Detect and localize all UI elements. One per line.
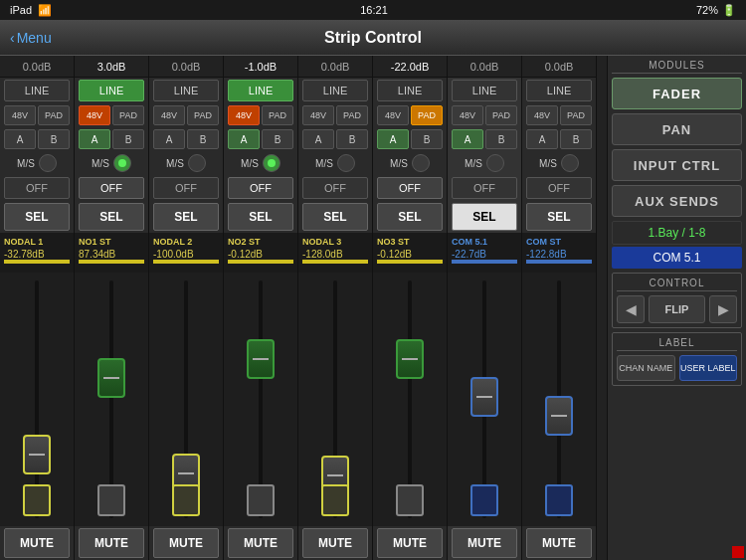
fader-handle[interactable] [545,396,573,436]
mute-button[interactable]: MUTE [153,528,219,558]
b-button[interactable]: B [38,129,70,149]
chan-name-button[interactable]: CHAN NAME [617,355,675,381]
off-button[interactable]: OFF [228,177,293,199]
48v-button[interactable]: 48V [4,105,36,125]
fader-handle[interactable] [97,358,125,398]
off-button[interactable]: OFF [377,177,443,199]
pad-button[interactable]: PAD [485,105,517,125]
off-button[interactable]: OFF [4,177,70,199]
off-button[interactable]: OFF [153,177,219,199]
m-label[interactable]: M/S [315,158,333,169]
line-button[interactable]: LINE [4,80,70,101]
line-button[interactable]: LINE [302,80,368,101]
pad-button[interactable]: PAD [112,105,144,125]
mute-button[interactable]: MUTE [526,528,592,558]
a-button[interactable]: A [452,129,483,149]
mute-button[interactable]: MUTE [79,528,144,558]
48v-button[interactable]: 48V [302,105,334,125]
sel-button[interactable]: SEL [302,203,368,231]
mute-button[interactable]: MUTE [4,528,70,558]
ms-circle-button[interactable] [39,154,57,172]
b-button[interactable]: B [336,129,368,149]
mute-button[interactable]: MUTE [228,528,293,558]
mute-button[interactable]: MUTE [302,528,368,558]
pan-handle[interactable] [97,484,125,516]
module-btn-fader[interactable]: FADER [612,78,742,109]
user-label-button[interactable]: USER LABEL [679,355,738,381]
m-label[interactable]: M/S [92,158,109,169]
ms-circle-button[interactable] [113,154,131,172]
b-button[interactable]: B [262,129,293,149]
line-button[interactable]: LINE [377,80,443,101]
ms-circle-button[interactable] [188,154,206,172]
line-button[interactable]: LINE [228,80,293,101]
fader-handle[interactable] [247,339,275,379]
pan-handle[interactable] [23,484,51,516]
ms-circle-button[interactable] [337,154,355,172]
line-button[interactable]: LINE [452,80,517,101]
48v-button[interactable]: 48V [79,105,110,125]
pan-handle[interactable] [321,484,349,516]
fader-handle[interactable] [23,435,51,474]
48v-button[interactable]: 48V [452,105,483,125]
48v-button[interactable]: 48V [377,105,409,125]
m-label[interactable]: M/S [539,158,557,169]
m-label[interactable]: M/S [17,158,35,169]
a-button[interactable]: A [526,129,558,149]
ms-circle-button[interactable] [561,154,579,172]
a-button[interactable]: A [302,129,334,149]
off-button[interactable]: OFF [302,177,368,199]
sel-button[interactable]: SEL [526,203,592,231]
sel-button[interactable]: SEL [153,203,219,231]
right-arrow-button[interactable]: ▶ [709,295,737,323]
module-btn-pan[interactable]: PAN [612,113,742,145]
a-button[interactable]: A [153,129,185,149]
left-arrow-button[interactable]: ◀ [617,295,645,323]
fader-handle[interactable] [396,339,424,379]
pan-handle[interactable] [470,484,498,516]
sel-button[interactable]: SEL [4,203,70,231]
pad-button[interactable]: PAD [262,105,293,125]
b-button[interactable]: B [187,129,219,149]
line-button[interactable]: LINE [153,80,219,101]
mute-button[interactable]: MUTE [377,528,443,558]
off-button[interactable]: OFF [452,177,517,199]
pan-handle[interactable] [247,484,275,516]
mute-button[interactable]: MUTE [452,528,517,558]
b-button[interactable]: B [112,129,144,149]
48v-button[interactable]: 48V [526,105,558,125]
a-button[interactable]: A [4,129,36,149]
sel-button[interactable]: SEL [228,203,293,231]
ms-circle-button[interactable] [486,154,504,172]
b-button[interactable]: B [560,129,592,149]
line-button[interactable]: LINE [79,80,144,101]
ms-circle-button[interactable] [412,154,430,172]
off-button[interactable]: OFF [526,177,592,199]
pad-button[interactable]: PAD [187,105,219,125]
pad-button[interactable]: PAD [336,105,368,125]
sel-button[interactable]: SEL [79,203,144,231]
pad-button[interactable]: PAD [411,105,443,125]
m-label[interactable]: M/S [166,158,184,169]
m-label[interactable]: M/S [390,158,408,169]
off-button[interactable]: OFF [79,177,144,199]
b-button[interactable]: B [411,129,443,149]
pan-handle[interactable] [396,484,424,516]
line-button[interactable]: LINE [526,80,592,101]
pan-handle[interactable] [545,484,573,516]
m-label[interactable]: M/S [241,158,259,169]
b-button[interactable]: B [485,129,517,149]
a-button[interactable]: A [228,129,260,149]
a-button[interactable]: A [79,129,110,149]
48v-button[interactable]: 48V [153,105,185,125]
module-btn-aux-sends[interactable]: AUX SENDS [612,185,742,217]
a-button[interactable]: A [377,129,409,149]
fader-handle[interactable] [470,377,498,417]
m-label[interactable]: M/S [465,158,482,169]
sel-button[interactable]: SEL [452,203,517,231]
pad-button[interactable]: PAD [560,105,592,125]
sel-button[interactable]: SEL [377,203,443,231]
pad-button[interactable]: PAD [38,105,70,125]
module-btn-input-ctrl[interactable]: INPUT CTRL [612,149,742,181]
48v-button[interactable]: 48V [228,105,260,125]
